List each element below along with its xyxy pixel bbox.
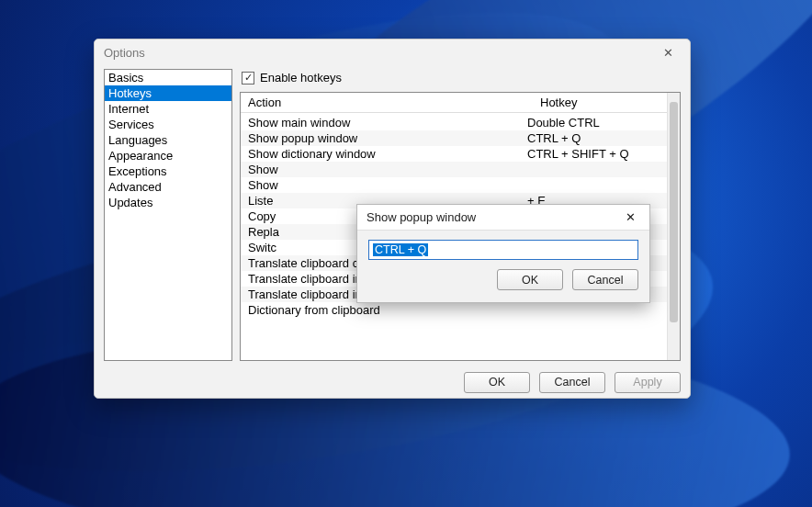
cell-action: Show — [241, 162, 520, 177]
cell-hotkey: CTRL + SHIFT + Q — [520, 146, 667, 162]
sidebar-item-updates[interactable]: Updates — [105, 195, 231, 210]
cell-hotkey — [520, 302, 667, 318]
popup-buttons: OK Cancel — [368, 269, 638, 290]
titlebar: Options ✕ — [95, 39, 690, 65]
cell-hotkey — [520, 162, 667, 177]
sidebar-item-internet[interactable]: Internet — [105, 101, 231, 117]
table-row[interactable]: Dictionary from clipboard — [241, 302, 667, 318]
cell-action: Show main window — [241, 115, 520, 130]
cell-action: Show popup window — [241, 130, 520, 146]
cancel-button[interactable]: Cancel — [572, 269, 638, 290]
enable-hotkeys-label: Enable hotkeys — [260, 71, 342, 84]
close-icon[interactable]: ✕ — [651, 42, 684, 62]
header-action[interactable]: Action — [241, 93, 533, 112]
sidebar-item-services[interactable]: Services — [105, 117, 231, 132]
sidebar-item-languages[interactable]: Languages — [105, 132, 231, 148]
popup-title: Show popup window — [367, 210, 476, 224]
popup-titlebar: Show popup window ✕ — [357, 205, 649, 231]
cancel-button[interactable]: Cancel — [539, 372, 605, 393]
cell-action: Show dictionary window — [241, 146, 520, 162]
cell-hotkey: Double CTRL — [520, 115, 667, 130]
hotkey-input[interactable]: CTRL + Q — [368, 240, 638, 260]
apply-button[interactable]: Apply — [615, 372, 681, 393]
header-hotkey[interactable]: Hotkey — [533, 93, 680, 112]
sidebar-item-exceptions[interactable]: Exceptions — [105, 163, 231, 179]
sidebar-item-advanced[interactable]: Advanced — [105, 179, 231, 195]
cell-hotkey: CTRL + Q — [520, 130, 667, 146]
dialog-footer: OK Cancel Apply — [95, 366, 690, 398]
category-sidebar[interactable]: BasicsHotkeysInternetServicesLanguagesAp… — [104, 69, 232, 361]
ok-button[interactable]: OK — [497, 269, 563, 290]
vertical-scrollbar[interactable] — [667, 93, 680, 360]
cell-action: Dictionary from clipboard — [241, 302, 520, 318]
enable-hotkeys-checkbox[interactable]: ✓ — [242, 72, 254, 84]
cell-hotkey — [520, 177, 667, 193]
table-row[interactable]: Show — [241, 177, 667, 193]
table-row[interactable]: Show dictionary windowCTRL + SHIFT + Q — [241, 146, 667, 162]
sidebar-item-hotkeys[interactable]: Hotkeys — [105, 85, 231, 101]
cell-action: Show — [241, 177, 520, 193]
table-headers: Action Hotkey — [241, 93, 680, 113]
ok-button[interactable]: OK — [464, 372, 530, 393]
hotkey-input-value: CTRL + Q — [373, 243, 428, 256]
table-row[interactable]: Show popup windowCTRL + Q — [241, 130, 667, 146]
close-icon[interactable]: ✕ — [616, 208, 644, 228]
table-row[interactable]: Show main windowDouble CTRL — [241, 115, 667, 130]
window-title: Options — [104, 46, 145, 60]
scrollbar-thumb[interactable] — [670, 102, 678, 322]
table-row[interactable]: Show — [241, 162, 667, 177]
sidebar-item-basics[interactable]: Basics — [105, 70, 231, 85]
sidebar-item-appearance[interactable]: Appearance — [105, 148, 231, 163]
hotkey-edit-dialog: Show popup window ✕ CTRL + Q OK Cancel — [356, 204, 650, 303]
popup-body: CTRL + Q OK Cancel — [357, 231, 649, 302]
enable-hotkeys-row: ✓ Enable hotkeys — [240, 69, 681, 92]
